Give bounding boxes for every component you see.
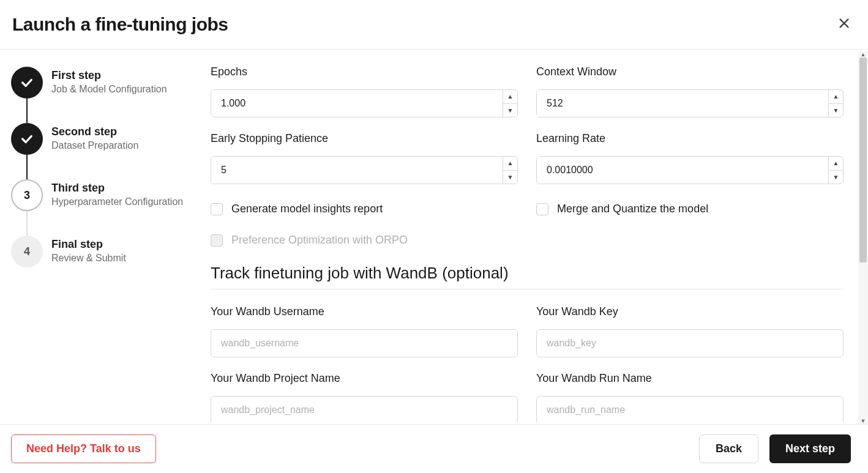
orpo-checkbox-row: Preference Optimization with ORPO xyxy=(211,234,844,247)
early-stopping-step-up[interactable]: ▲ xyxy=(503,157,517,171)
step-4[interactable]: 4 Final step Review & Submit xyxy=(11,236,196,267)
check-icon xyxy=(20,132,34,146)
step-connector xyxy=(26,99,28,123)
early-stopping-label: Early Stopping Patience xyxy=(211,132,518,145)
step-3-circle: 3 xyxy=(11,179,43,211)
context-window-step-down[interactable]: ▼ xyxy=(829,104,843,117)
wandb-project-field: Your Wandb Project Name xyxy=(211,372,518,422)
scrollbar[interactable]: ▲ ▼ xyxy=(858,51,868,424)
insights-checkbox-row: Generate model insights report xyxy=(211,203,518,215)
divider xyxy=(211,289,844,289)
step-3[interactable]: 3 Third step Hyperparameter Configuratio… xyxy=(11,179,196,211)
learning-rate-step-down[interactable]: ▼ xyxy=(829,171,843,184)
step-3-title: Third step xyxy=(51,182,183,195)
orpo-checkbox xyxy=(211,234,223,247)
epochs-input[interactable] xyxy=(211,90,503,117)
orpo-checkbox-label: Preference Optimization with ORPO xyxy=(231,234,408,247)
wandb-key-input[interactable] xyxy=(536,329,844,357)
step-2[interactable]: Second step Dataset Preparation xyxy=(11,123,196,155)
back-button[interactable]: Back xyxy=(699,434,758,463)
step-4-title: Final step xyxy=(51,238,126,251)
epochs-field: Epochs ▲ ▼ xyxy=(211,65,518,117)
wandb-project-input[interactable] xyxy=(211,396,518,422)
learning-rate-step-up[interactable]: ▲ xyxy=(829,157,843,171)
close-icon xyxy=(837,17,851,30)
wandb-project-label: Your Wandb Project Name xyxy=(211,372,518,385)
learning-rate-label: Learning Rate xyxy=(536,132,844,145)
close-button[interactable] xyxy=(832,12,856,37)
check-icon xyxy=(20,76,34,89)
epochs-step-down[interactable]: ▼ xyxy=(503,104,517,117)
merge-checkbox-label: Merge and Quantize the model xyxy=(557,203,708,215)
wandb-section-title: Track finetuning job with WandB (optiona… xyxy=(211,264,844,283)
form-content: Epochs ▲ ▼ Context Window ▲ ▼ xyxy=(202,50,868,422)
early-stopping-field: Early Stopping Patience ▲ ▼ xyxy=(211,132,518,184)
wandb-key-field: Your Wandb Key xyxy=(536,305,844,357)
early-stopping-step-down[interactable]: ▼ xyxy=(503,171,517,184)
footer: Need Help? Talk to us Back Next step xyxy=(0,424,868,473)
wandb-key-label: Your Wandb Key xyxy=(536,305,844,318)
context-window-input[interactable] xyxy=(537,90,828,117)
epochs-label: Epochs xyxy=(211,65,518,78)
merge-checkbox[interactable] xyxy=(536,203,548,215)
insights-checkbox[interactable] xyxy=(211,203,223,215)
context-window-field: Context Window ▲ ▼ xyxy=(536,65,844,117)
context-window-label: Context Window xyxy=(536,65,844,78)
step-1-circle xyxy=(11,67,43,99)
scroll-down-icon[interactable]: ▼ xyxy=(858,418,868,424)
step-1[interactable]: First step Job & Model Configuration xyxy=(11,67,196,99)
wandb-username-label: Your Wandb Username xyxy=(211,305,518,318)
learning-rate-field: Learning Rate ▲ ▼ xyxy=(536,132,844,184)
step-4-circle: 4 xyxy=(11,236,43,267)
context-window-step-up[interactable]: ▲ xyxy=(829,90,843,104)
scroll-up-icon[interactable]: ▲ xyxy=(858,51,868,58)
wandb-run-field: Your Wandb Run Name xyxy=(536,372,844,422)
step-connector xyxy=(26,155,28,179)
wandb-run-label: Your Wandb Run Name xyxy=(536,372,844,385)
scrollbar-thumb[interactable] xyxy=(859,58,867,263)
step-1-title: First step xyxy=(51,69,167,82)
insights-checkbox-label: Generate model insights report xyxy=(231,203,383,215)
step-2-title: Second step xyxy=(51,125,138,138)
step-4-subtitle: Review & Submit xyxy=(51,253,126,264)
wandb-username-input[interactable] xyxy=(211,329,518,357)
merge-checkbox-row: Merge and Quantize the model xyxy=(536,203,844,215)
step-2-circle xyxy=(11,123,43,155)
step-2-subtitle: Dataset Preparation xyxy=(51,140,138,151)
page-title: Launch a fine-tuning jobs xyxy=(12,14,228,35)
help-button[interactable]: Need Help? Talk to us xyxy=(11,434,156,463)
next-step-button[interactable]: Next step xyxy=(769,434,851,463)
early-stopping-input[interactable] xyxy=(211,157,503,184)
wandb-run-input[interactable] xyxy=(536,396,844,422)
step-3-subtitle: Hyperparameter Configuration xyxy=(51,196,183,207)
learning-rate-input[interactable] xyxy=(537,157,828,184)
wandb-username-field: Your Wandb Username xyxy=(211,305,518,357)
stepper: First step Job & Model Configuration Sec… xyxy=(0,50,202,422)
step-connector xyxy=(26,211,28,236)
modal-header: Launch a fine-tuning jobs xyxy=(0,0,868,50)
step-1-subtitle: Job & Model Configuration xyxy=(51,84,167,95)
epochs-step-up[interactable]: ▲ xyxy=(503,90,517,104)
